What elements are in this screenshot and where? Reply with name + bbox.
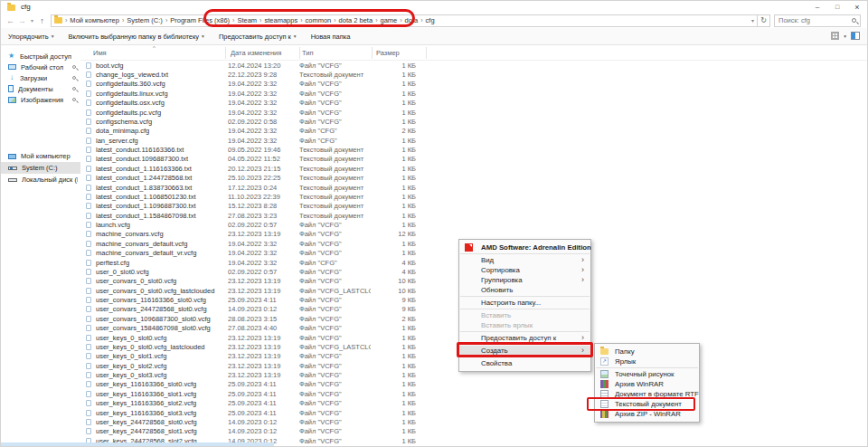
file-row[interactable]: user_keys_116163366_slot0.vcfg 25.09.202… (80, 380, 867, 389)
column-header-type[interactable]: Тип (302, 49, 314, 57)
search-input[interactable] (775, 16, 847, 24)
context-menu-item[interactable]: Вставить ярлык (459, 320, 590, 330)
breadcrumb-segment[interactable]: steamapps (264, 16, 297, 24)
column-divider[interactable] (299, 47, 300, 59)
file-row[interactable]: latest_conduct_1.838730663.txt 17.12.202… (80, 183, 867, 192)
file-row[interactable]: latest_conduct_1.244728568.txt 25.10.202… (80, 174, 867, 183)
file-row[interactable]: user_keys_116163366_slot2.vcfg 25.09.202… (80, 399, 867, 408)
column-header-date[interactable]: Дата изменения (231, 49, 281, 57)
file-row[interactable]: user_keys_116163366_slot1.vcfg 25.09.202… (80, 389, 867, 398)
close-button[interactable] (847, 1, 867, 13)
file-size: 1 КБ (371, 437, 416, 445)
breadcrumb-segment[interactable]: common (305, 16, 331, 24)
file-row[interactable]: latest_conduct_1.1584867098.txt 27.08.20… (80, 211, 867, 220)
breadcrumb-segment[interactable]: System (C:) (127, 16, 163, 24)
column-divider[interactable] (426, 47, 427, 59)
breadcrumb-group: Мой компьютер (62, 16, 119, 24)
context-menu-item[interactable]: Сортировка (459, 265, 590, 275)
file-row[interactable]: latest_conduct_1.1096887300.txt 15.12.20… (80, 202, 867, 211)
file-name: latest_conduct_1.1096887300.txt (96, 202, 228, 210)
submenu-item[interactable]: Точечный рисунок (595, 369, 699, 379)
file-row[interactable]: configschema.vcfg 02.09.2022 0:58 Файл "… (80, 117, 867, 126)
breadcrumb-segment[interactable]: cfg (426, 16, 435, 24)
context-menu-item[interactable]: Свойства (459, 358, 590, 368)
file-row[interactable]: change_logs_viewed.txt 22.12.2023 9:28 Т… (80, 70, 867, 79)
file-row[interactable]: configdefaults.linux.vcfg 19.04.2022 3:3… (80, 89, 867, 98)
sidebar-item[interactable]: Загрузки (1, 72, 80, 83)
file-row[interactable]: user_keys_116163366_slot3.vcfg 25.09.202… (80, 408, 867, 417)
submenu-item[interactable]: Архив ZIP - WinRAR (595, 409, 699, 419)
file-row[interactable]: machine_convars.vcfg 23.12.2023 13:19 Фа… (80, 230, 867, 239)
sort-ascending-icon[interactable] (153, 45, 156, 51)
sidebar-item[interactable]: Изображения (1, 94, 80, 105)
address-dropdown-icon[interactable] (751, 17, 754, 24)
breadcrumb-segment[interactable]: Steam (237, 16, 257, 24)
file-row[interactable]: configdefaults.osx.vcfg 19.04.2022 3:32 … (80, 99, 867, 108)
refresh-icon[interactable] (758, 14, 770, 27)
maximize-button[interactable] (827, 1, 847, 13)
breadcrumb-segment[interactable]: dota 2 beta (339, 16, 373, 24)
file-size: 1 КБ (371, 99, 416, 107)
sidebar-item[interactable]: Мой компьютер (1, 150, 80, 162)
organize-button[interactable]: Упорядочить (1, 33, 61, 41)
file-icon (86, 62, 91, 69)
file-name: user_convars_0_slot0.vcfg (96, 277, 228, 285)
sidebar-item[interactable]: Быстрый доступ (1, 51, 80, 62)
context-menu-item[interactable]: AMD Software: Adrenalin Edition (459, 243, 590, 252)
context-menu-item[interactable]: Обновить (459, 285, 590, 295)
up-button[interactable] (36, 16, 48, 25)
submenu-item[interactable]: Ярлык (595, 357, 699, 366)
minimize-button[interactable] (807, 1, 827, 13)
back-button[interactable] (5, 16, 16, 25)
file-row[interactable]: boot.vcfg 12.04.2024 13:20 Файл "VCFG" 1… (80, 61, 867, 70)
column-header-name[interactable]: Имя (93, 49, 107, 57)
submenu-item[interactable]: Текстовый документ (595, 399, 699, 409)
breadcrumb-segment[interactable]: game (380, 16, 397, 24)
file-row[interactable]: configdefaults.360.vcfg 19.04.2022 3:32 … (80, 80, 867, 89)
preview-pane-icon[interactable] (851, 32, 860, 40)
include-in-library-button[interactable]: Включить выбранную папку в библиотеку (61, 33, 211, 41)
submenu-item[interactable]: Документ в формате RTF (595, 389, 699, 399)
sidebar-item[interactable]: Документы (1, 83, 80, 94)
quick-access-group: Быстрый доступ Рабочий стол Загрузки (1, 51, 80, 105)
context-menu-item[interactable]: Вставить (459, 310, 590, 320)
address-bar[interactable]: Мой компьютер System (C:) Program Files … (51, 14, 758, 27)
file-row[interactable]: latest_conduct.1096887300.txt 04.05.2022… (80, 155, 867, 164)
winrar-icon (600, 380, 609, 388)
chevron-right-icon (230, 17, 237, 24)
sidebar-item[interactable]: System (C:) (1, 162, 80, 174)
file-row[interactable]: configdefaults.pc.vcfg 19.04.2022 3:32 Ф… (80, 108, 867, 117)
chevron-down-icon[interactable] (844, 33, 846, 39)
recent-locations-icon[interactable] (28, 17, 36, 24)
file-name: latest_conduct.1096887300.txt (96, 155, 228, 163)
file-row[interactable]: user_keys_244728568_slot0.vcfg 14.09.202… (80, 417, 867, 426)
context-menu-item[interactable]: Вид (459, 255, 590, 265)
file-row[interactable]: dota_minimap.cfg 19.04.2022 3:32 Файл "C… (80, 127, 867, 136)
share-button[interactable]: Предоставить доступ к (212, 33, 304, 41)
sidebar-item[interactable]: Локальный диск (D (1, 174, 80, 185)
file-size: 1 КБ (371, 62, 416, 70)
context-menu-item[interactable]: Создать (459, 346, 590, 356)
context-menu-item[interactable]: Группировка (459, 275, 590, 285)
file-row[interactable]: launch.vcfg 02.09.2022 0:57 Файл "VCFG" … (80, 220, 867, 229)
context-menu-item[interactable]: Настроить папку... (459, 298, 590, 308)
file-row[interactable]: latest_conduct_1.1068501230.txt 11.10.20… (80, 192, 867, 201)
submenu-item[interactable]: Папку (595, 347, 699, 357)
submenu-item[interactable]: Архив WinRAR (595, 379, 699, 389)
column-header-size[interactable]: Размер (376, 49, 400, 57)
column-divider[interactable] (225, 47, 226, 59)
change-view-icon[interactable] (831, 32, 839, 40)
file-row[interactable]: user_keys_244728568_slot1.vcfg 14.09.202… (80, 427, 867, 436)
breadcrumb-segment[interactable]: dota (405, 16, 419, 24)
new-folder-button[interactable]: Новая папка (304, 33, 358, 41)
forward-button[interactable] (16, 16, 28, 25)
breadcrumb-segment[interactable]: Program Files (x86) (170, 16, 230, 24)
context-menu-item[interactable]: Предоставить доступ к (459, 333, 590, 343)
file-name: perftest.cfg (96, 259, 228, 267)
file-row[interactable]: latest_conduct.116163366.txt 09.05.2022 … (80, 145, 867, 154)
file-row[interactable]: lan_server.cfg 19.04.2022 3:32 Файл "CFG… (80, 136, 867, 145)
column-divider[interactable] (372, 47, 373, 59)
breadcrumb-segment[interactable]: Мой компьютер (70, 16, 119, 24)
sidebar-item[interactable]: Рабочий стол (1, 62, 80, 72)
file-row[interactable]: latest_conduct_1.116163366.txt 20.12.202… (80, 164, 867, 173)
